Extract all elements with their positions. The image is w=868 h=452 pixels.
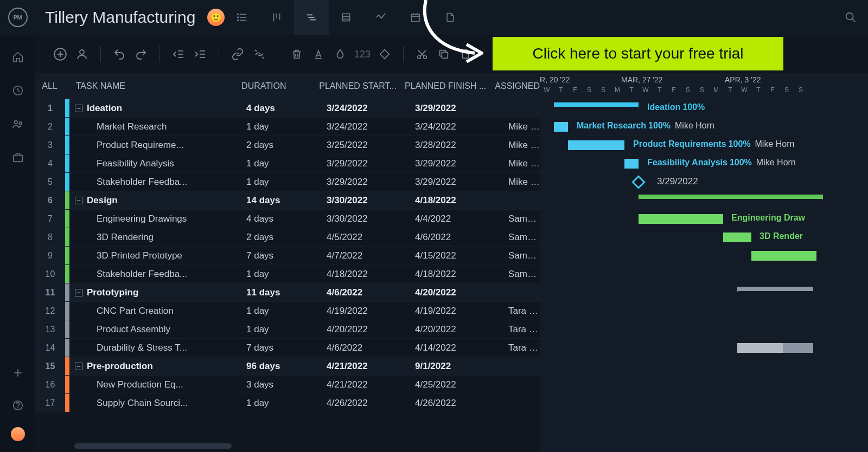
task-row[interactable]: 16New Production Eq...3 days4/21/20224/2…: [35, 376, 540, 394]
recent-icon[interactable]: [7, 80, 29, 101]
row-number[interactable]: 14: [35, 339, 65, 357]
planned-finish-cell[interactable]: 4/26/2022: [411, 398, 504, 409]
task-name-cell[interactable]: Engineering Drawings: [69, 214, 242, 224]
portfolio-icon[interactable]: [7, 147, 29, 169]
planned-finish-cell[interactable]: 4/20/2022: [411, 287, 504, 298]
toolbar-number-display[interactable]: 123: [354, 49, 371, 60]
project-avatar-icon[interactable]: [207, 9, 225, 26]
row-number[interactable]: 13: [35, 320, 65, 338]
task-name-cell[interactable]: New Production Eq...: [69, 379, 242, 390]
header-planned-start[interactable]: PLANNED START...: [315, 81, 400, 91]
assigned-cell[interactable]: Mike Horn: [504, 158, 540, 169]
gantt-row[interactable]: [540, 339, 868, 357]
header-all[interactable]: ALL: [35, 81, 64, 91]
task-row[interactable]: 83D Rendering2 days4/5/20224/6/2022Saman…: [35, 228, 540, 247]
home-icon[interactable]: [7, 46, 29, 68]
gantt-summary-bar[interactable]: [554, 102, 639, 107]
gantt-task-bar[interactable]: [568, 140, 624, 150]
paste-button[interactable]: [456, 44, 475, 64]
gantt-row[interactable]: [540, 265, 868, 283]
view-tab-list[interactable]: [225, 0, 259, 35]
planned-finish-cell[interactable]: 4/4/2022: [411, 214, 504, 224]
row-number[interactable]: 17: [35, 394, 65, 412]
planned-finish-cell[interactable]: 9/1/2022: [411, 361, 504, 372]
gantt-row[interactable]: [540, 247, 868, 265]
header-planned-finish[interactable]: PLANNED FINISH ...: [400, 81, 490, 91]
unlink-button[interactable]: [250, 44, 269, 64]
task-row[interactable]: 10Stakeholder Feedba...1 day4/18/20224/1…: [35, 265, 540, 283]
duration-cell[interactable]: 11 days: [242, 287, 322, 298]
search-button[interactable]: [833, 0, 868, 35]
gantt-row[interactable]: 3/29/2022: [540, 173, 868, 191]
duration-cell[interactable]: 1 day: [242, 121, 322, 132]
task-row[interactable]: 12CNC Part Creation1 day4/19/20224/19/20…: [35, 302, 540, 320]
planned-start-cell[interactable]: 3/24/2022: [322, 121, 411, 132]
delete-button[interactable]: [287, 44, 307, 64]
link-button[interactable]: [228, 44, 247, 64]
planned-finish-cell[interactable]: 4/18/2022: [411, 269, 504, 280]
task-name-cell[interactable]: CNC Part Creation: [69, 306, 242, 317]
planned-start-cell[interactable]: 3/25/2022: [322, 140, 411, 151]
planned-start-cell[interactable]: 3/29/2022: [322, 177, 411, 188]
planned-finish-cell[interactable]: 3/28/2022: [411, 140, 504, 151]
task-row[interactable]: 3Product Requireme...2 days3/25/20223/28…: [35, 136, 540, 154]
view-tab-board[interactable]: [259, 0, 294, 35]
planned-start-cell[interactable]: 4/21/2022: [322, 361, 411, 372]
gantt-row[interactable]: Ideation100%: [540, 99, 868, 118]
planned-finish-cell[interactable]: 3/24/2022: [411, 121, 504, 132]
row-number[interactable]: 6: [35, 191, 65, 209]
assigned-cell[interactable]: Mike Horn: [504, 121, 540, 132]
view-tab-gantt[interactable]: [294, 0, 329, 35]
row-number[interactable]: 2: [35, 118, 65, 135]
assign-button[interactable]: [72, 44, 92, 64]
planned-start-cell[interactable]: 4/26/2022: [322, 398, 411, 409]
gantt-row[interactable]: [540, 191, 868, 210]
task-row[interactable]: 4Feasibility Analysis1 day3/29/20223/29/…: [35, 154, 540, 173]
duration-cell[interactable]: 4 days: [242, 103, 322, 114]
planned-start-cell[interactable]: 4/20/2022: [322, 324, 411, 335]
planned-start-cell[interactable]: 3/24/2022: [322, 103, 411, 114]
help-icon[interactable]: [7, 395, 29, 416]
planned-start-cell[interactable]: 4/19/2022: [322, 306, 411, 317]
horizontal-scrollbar[interactable]: [74, 443, 232, 449]
view-tab-sheet[interactable]: [329, 0, 363, 35]
app-logo[interactable]: PM: [0, 8, 35, 27]
header-duration[interactable]: DURATION: [237, 81, 315, 91]
redo-button[interactable]: [131, 44, 151, 64]
add-icon[interactable]: [7, 362, 29, 384]
row-number[interactable]: 8: [35, 228, 65, 246]
planned-finish-cell[interactable]: 4/19/2022: [411, 306, 504, 317]
planned-start-cell[interactable]: 4/18/2022: [322, 269, 411, 280]
row-number[interactable]: 4: [35, 154, 65, 172]
task-row[interactable]: 5Stakeholder Feedba...1 day3/29/20223/29…: [35, 173, 540, 191]
milestone-icon[interactable]: [631, 175, 645, 189]
fill-color-button[interactable]: [330, 44, 350, 64]
text-color-button[interactable]: [309, 44, 328, 64]
header-assigned[interactable]: ASSIGNED: [490, 81, 540, 91]
gantt-task-bar[interactable]: [624, 159, 639, 169]
row-number[interactable]: 15: [35, 357, 65, 375]
duration-cell[interactable]: 7 days: [242, 250, 322, 261]
gantt-row[interactable]: [540, 357, 868, 376]
gantt-row[interactable]: Engineering Draw: [540, 210, 868, 228]
assigned-cell[interactable]: Samantha Cu: [504, 232, 540, 243]
assigned-cell[interactable]: Tara Washing: [504, 343, 540, 353]
undo-button[interactable]: [110, 44, 129, 64]
gantt-task-bar[interactable]: [639, 214, 723, 224]
assigned-cell[interactable]: Mike Horn: [504, 140, 540, 151]
gantt-row[interactable]: Product Requirements100%Mike Horn: [540, 136, 868, 154]
row-number[interactable]: 16: [35, 376, 65, 393]
planned-start-cell[interactable]: 3/30/2022: [322, 214, 411, 224]
task-name-cell[interactable]: Stakeholder Feedba...: [69, 177, 242, 188]
user-avatar-icon[interactable]: [11, 427, 25, 441]
gantt-summary-bar[interactable]: [737, 287, 813, 291]
task-name-cell[interactable]: Market Research: [69, 121, 242, 132]
assigned-cell[interactable]: Samantha Cu: [504, 269, 540, 280]
gantt-row[interactable]: 3D Render: [540, 228, 868, 247]
duration-cell[interactable]: 96 days: [242, 361, 322, 372]
gantt-task-bar[interactable]: [554, 122, 568, 132]
task-name-cell[interactable]: 3D Printed Prototype: [69, 250, 242, 261]
team-icon[interactable]: [7, 113, 29, 135]
row-number[interactable]: 7: [35, 210, 65, 228]
row-number[interactable]: 1: [35, 99, 65, 117]
